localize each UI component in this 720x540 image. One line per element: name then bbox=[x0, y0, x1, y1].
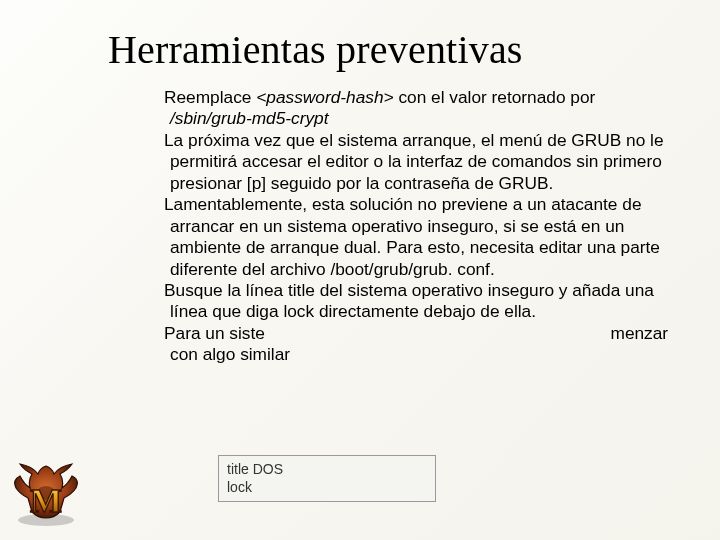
p1-text-b: con el valor retornado por bbox=[394, 87, 596, 107]
paragraph-2: La próxima vez que el sistema arranque, … bbox=[164, 130, 672, 194]
paragraph-4: Busque la línea title del sistema operat… bbox=[164, 280, 672, 323]
p1-emph-1: <password-hash> bbox=[256, 87, 393, 107]
p5-text-a: Para un siste bbox=[164, 323, 265, 343]
p1-emph-2: /sbin/grub-md5-crypt bbox=[170, 108, 328, 128]
logo-letter: M bbox=[30, 482, 62, 519]
code-line-1: title DOS bbox=[227, 460, 427, 478]
slide: Herramientas preventivas Reemplace <pass… bbox=[0, 0, 720, 540]
slide-body: Reemplace <password-hash> con el valor r… bbox=[164, 87, 672, 366]
logo-svg: M bbox=[10, 458, 82, 528]
paragraph-3: Lamentablemente, esta solución no previe… bbox=[164, 194, 672, 280]
paragraph-1: Reemplace <password-hash> con el valor r… bbox=[164, 87, 672, 130]
p1-text-a: Reemplace bbox=[164, 87, 256, 107]
paragraph-5: Para un sistexxxxxxxxxxxxxxxxxxxxxxxxxxx… bbox=[164, 323, 672, 366]
corner-logo: M bbox=[10, 458, 82, 528]
slide-title: Herramientas preventivas bbox=[108, 26, 672, 73]
code-box: title DOS lock bbox=[218, 455, 436, 502]
code-line-2: lock bbox=[227, 478, 427, 496]
